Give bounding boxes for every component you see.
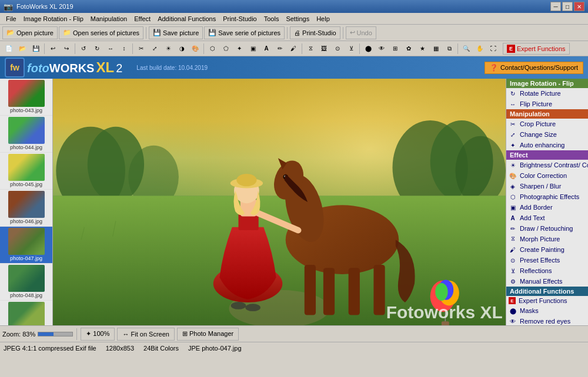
menu-manipulation[interactable]: Manipulation <box>87 14 131 23</box>
panel-item-crop[interactable]: ✂ Crop Picture <box>506 119 588 129</box>
reflection-icon-btn[interactable]: ⊻ <box>345 42 358 55</box>
border-icon-btn[interactable]: ▣ <box>246 42 259 55</box>
panel-item-rotate[interactable]: ↻ Rotate Picture <box>506 88 588 99</box>
menu-help[interactable]: Help <box>313 14 333 23</box>
pan-icon-btn[interactable]: ✋ <box>473 42 486 55</box>
open-icon-btn[interactable]: 📂 <box>16 42 29 55</box>
icon-sep-6 <box>359 43 360 54</box>
fit-screen-button[interactable]: ↔ Fit on Screen <box>117 328 174 341</box>
panel-item-photo-effects[interactable]: ⬡ Photographic Effects <box>506 191 588 202</box>
color-icon-btn[interactable]: 🎨 <box>189 42 202 55</box>
menu-effect[interactable]: Effect <box>131 14 154 23</box>
thumbnail-item[interactable]: photo-043.jpg <box>0 79 52 116</box>
close-button[interactable]: ✕ <box>574 2 584 11</box>
status-colors: 24Bit Colors <box>143 345 179 352</box>
panel-item-auto-enhance[interactable]: ✦ Auto enhancing <box>506 140 588 150</box>
thumbnail-item[interactable]: photo-048.jpg <box>0 264 52 301</box>
expert-functions-button[interactable]: E Expert Functions <box>503 43 570 55</box>
panel-item-draw[interactable]: ✏ Draw / Retouching <box>506 223 588 234</box>
text-icon-btn[interactable]: A <box>260 42 273 55</box>
new-icon-btn[interactable]: 📄 <box>2 42 15 55</box>
menu-print-studio[interactable]: Print-Studio <box>219 14 260 23</box>
panel-item-morph[interactable]: ⧖ Morph Picture <box>506 234 588 244</box>
panel-item-reflections[interactable]: ⊻ Reflections <box>506 265 588 276</box>
thumbnail-label: photo-044.jpg <box>1 144 51 151</box>
brightness-icon-btn[interactable]: ☀ <box>162 42 175 55</box>
rotate-left-icon-btn[interactable]: ↺ <box>77 42 90 55</box>
save-picture-button[interactable]: 💾 Save picture <box>149 26 203 39</box>
sharpen-icon-btn[interactable]: ⬡ <box>206 42 219 55</box>
menu-file[interactable]: File <box>2 14 20 23</box>
menu-additional[interactable]: Additional Functions <box>154 14 219 23</box>
zoom-100-button[interactable]: ✦ 100% <box>81 328 115 341</box>
resize-icon-btn[interactable]: ⤢ <box>148 42 161 55</box>
sharpen-panel-icon: ◈ <box>509 182 517 190</box>
save-series-icon: 💾 <box>208 29 216 36</box>
flip-picture-icon: ↔ <box>509 100 517 108</box>
minimize-button[interactable]: ─ <box>550 2 561 11</box>
panel-item-add-border[interactable]: ▣ Add Border <box>506 202 588 213</box>
redo-icon-btn[interactable]: ↪ <box>60 42 73 55</box>
panel-item-add-text[interactable]: A Add Text <box>506 213 588 223</box>
thumbnail-item-active[interactable]: photo-047.jpg <box>0 227 52 264</box>
panel-item-masks[interactable]: ⬤ Masks <box>506 305 588 316</box>
print-studio-button[interactable]: 🖨 Print-Studio <box>290 26 340 39</box>
panel-item-brightness[interactable]: ☀ Brightness/ Contrast/ Color <box>506 160 588 170</box>
photo-manager-button[interactable]: ⊞ Photo Manager <box>177 328 239 341</box>
contrast-icon-btn[interactable]: ◑ <box>175 42 188 55</box>
panel-item-preset[interactable]: ⊙ Preset Effects <box>506 255 588 265</box>
thumbnail-label: photo-046.jpg <box>1 218 51 225</box>
fullscreen-icon-btn[interactable]: ⛶ <box>487 42 500 55</box>
thumbnail-item[interactable]: photo-046.jpg <box>0 190 52 227</box>
redeye-panel-icon: 👁 <box>509 317 517 325</box>
panel-item-color-correction[interactable]: 🎨 Color Correction <box>506 170 588 181</box>
menu-rotation[interactable]: Image Rotation - Flip <box>20 14 87 23</box>
painting-icon-btn[interactable]: 🖼 <box>318 42 330 55</box>
preset-icon-btn[interactable]: ⊙ <box>331 42 344 55</box>
save-series-button[interactable]: 💾 Save serie of pictures <box>204 26 285 39</box>
support-button[interactable]: ❓ Contact/Questions/Support <box>485 62 583 74</box>
zoom-bar[interactable] <box>38 332 73 336</box>
thumbnail-label: photo-048.jpg <box>1 292 51 299</box>
menu-settings[interactable]: Settings <box>282 14 313 23</box>
app-title: FotoWorks XL 2019 <box>16 3 74 10</box>
section-header-manipulation: Manipulation <box>506 109 588 119</box>
morph-icon-btn[interactable]: ⧖ <box>304 42 317 55</box>
open-series-button[interactable]: 📁 Open series of pictures <box>59 26 143 39</box>
panel-item-flip[interactable]: ↔ Flip Picture <box>506 99 588 109</box>
change-size-icon: ⤢ <box>509 130 517 139</box>
retouch-icon-btn[interactable]: 🖌 <box>287 42 300 55</box>
menu-tools[interactable]: Tools <box>260 14 283 23</box>
blur-icon-btn[interactable]: ⬠ <box>219 42 232 55</box>
undo-toolbar-button[interactable]: ↩ Undo <box>346 26 376 39</box>
flip-h-icon-btn[interactable]: ↔ <box>104 42 117 55</box>
redeye-icon-btn[interactable]: 👁 <box>375 42 388 55</box>
thumbnail-item[interactable]: photo-044.jpg <box>0 116 52 153</box>
symbols-icon-btn[interactable]: ★ <box>416 42 429 55</box>
panel-item-manual[interactable]: ⚙ Manual Effects <box>506 276 588 287</box>
mask-icon-btn[interactable]: ⬤ <box>362 42 375 55</box>
panel-item-expert[interactable]: E Expert Functions <box>506 296 588 305</box>
undo-icon-btn[interactable]: ↩ <box>46 42 59 55</box>
thumbnail-item[interactable]: photo-045.jpg <box>0 153 52 190</box>
effects-icon-btn[interactable]: ✦ <box>233 42 246 55</box>
main-image-svg: Fotoworks XL <box>53 79 506 325</box>
reflections-icon: ⊻ <box>509 267 517 275</box>
rotate-right-icon-btn[interactable]: ↻ <box>91 42 103 55</box>
pip-icon-btn[interactable]: ⊞ <box>389 42 402 55</box>
zoom-icon-btn[interactable]: 🔍 <box>460 42 473 55</box>
panel-item-redeye[interactable]: 👁 Remove red eyes <box>506 316 588 325</box>
crop-icon-btn[interactable]: ✂ <box>135 42 148 55</box>
open-picture-button[interactable]: 📂 Open picture <box>2 26 58 39</box>
batch-icon-btn[interactable]: ⧉ <box>443 42 456 55</box>
panel-item-sharpen[interactable]: ◈ Sharpen / Blur <box>506 181 588 191</box>
panel-item-resize[interactable]: ⤢ Change Size <box>506 129 588 140</box>
flip-v-icon-btn[interactable]: ↕ <box>118 42 131 55</box>
panel-item-painting[interactable]: 🖌 Create Painting <box>506 244 588 255</box>
clipart-icon-btn[interactable]: ✿ <box>402 42 415 55</box>
draw-icon-btn[interactable]: ✏ <box>273 42 286 55</box>
save-icon-btn[interactable]: 💾 <box>29 42 42 55</box>
maximize-button[interactable]: □ <box>562 2 573 11</box>
collage-icon-btn[interactable]: ▦ <box>429 42 442 55</box>
thumbnail-item[interactable]: photo-049.jpg <box>0 301 52 325</box>
